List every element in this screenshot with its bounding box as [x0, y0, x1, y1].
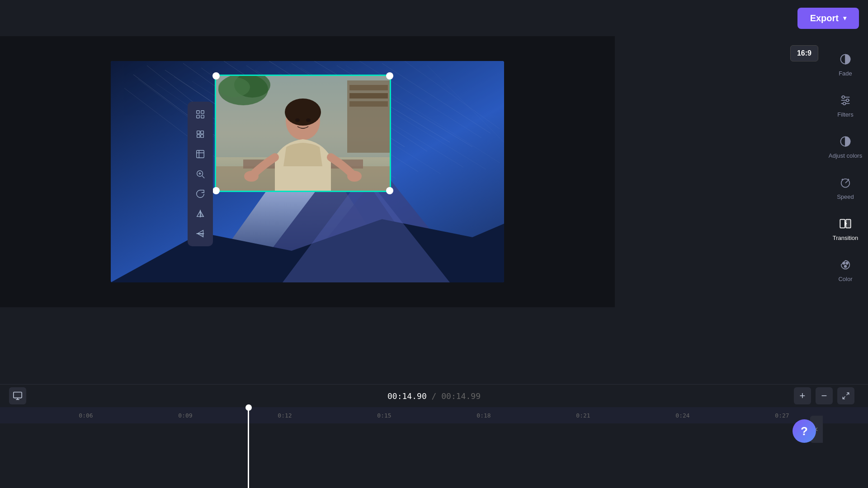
ruler-mark-4: 0:18 [434, 412, 533, 419]
export-button[interactable]: Export ▾ [797, 8, 859, 29]
pip-video[interactable] [215, 75, 391, 192]
svg-rect-82 [349, 101, 388, 107]
filters-svg [839, 94, 852, 107]
sidebar-item-transition[interactable]: Transition [823, 210, 868, 247]
svg-point-10 [841, 179, 850, 188]
fade-label: Fade [839, 70, 852, 77]
svg-rect-57 [197, 115, 199, 118]
zoom-out-button[interactable]: − [816, 387, 833, 404]
svg-point-7 [843, 102, 846, 105]
crop-button[interactable] [191, 125, 209, 143]
enhance-button[interactable] [191, 165, 209, 183]
svg-rect-80 [349, 85, 388, 90]
pip-handle-br[interactable] [386, 187, 393, 194]
ruler-mark-5: 0:21 [533, 412, 633, 419]
svg-rect-62 [201, 135, 203, 137]
svg-point-91 [306, 118, 311, 122]
add-clip-button[interactable] [9, 387, 26, 404]
speed-label: Speed [837, 193, 854, 200]
svg-line-11 [845, 180, 848, 183]
export-label: Export [810, 13, 839, 23]
top-bar: Export ▾ [0, 0, 868, 36]
ruler-mark-6: 0:24 [633, 412, 732, 419]
fade-icon [837, 51, 854, 67]
svg-rect-81 [349, 93, 388, 99]
svg-line-107 [843, 397, 845, 399]
speed-icon [837, 174, 854, 191]
timeline-zoom-controls: + − [794, 387, 854, 404]
timeline-area: 00:14.90 / 00:14.99 + − 0:06 0:09 0:1 [0, 384, 868, 488]
timeline-time: 00:14.90 / 00:14.99 [387, 391, 481, 401]
filters-label: Filters [837, 111, 853, 118]
svg-point-19 [846, 262, 848, 264]
zoom-in-button[interactable]: + [794, 387, 811, 404]
aspect-ratio-badge[interactable]: 16:9 [790, 45, 818, 61]
svg-point-5 [842, 96, 844, 99]
pip-handle-tr[interactable] [386, 72, 393, 80]
svg-marker-72 [200, 211, 203, 217]
pip-handle-bl[interactable] [212, 187, 220, 194]
speed-svg [839, 176, 852, 189]
playhead[interactable] [248, 407, 249, 488]
timeline-tracks [0, 423, 868, 488]
rotate-button[interactable] [191, 185, 209, 203]
fit-screen-button[interactable] [191, 105, 209, 123]
svg-point-6 [846, 99, 849, 102]
fit-timeline-button[interactable] [837, 387, 854, 404]
right-sidebar: Audio Fade Filters [823, 0, 868, 307]
flip-v-button[interactable] [191, 225, 209, 243]
total-time: 00:14.99 [441, 391, 481, 401]
transition-svg [839, 217, 852, 230]
sidebar-item-adjust-colors[interactable]: Adjust colors [823, 128, 868, 164]
aspect-ratio-label: 16:9 [797, 49, 811, 57]
svg-rect-58 [201, 115, 204, 118]
ruler-mark-2: 0:12 [235, 412, 335, 419]
timeline-ruler: 0:06 0:09 0:12 0:15 0:18 0:21 0:24 0:27 [0, 407, 868, 423]
sidebar-item-color[interactable]: Color [823, 251, 868, 288]
preview-area [0, 36, 615, 307]
svg-point-93 [347, 171, 362, 182]
vertical-toolbar [188, 102, 213, 246]
transition-icon [837, 216, 854, 232]
svg-rect-61 [197, 135, 200, 137]
sidebar-item-filters[interactable]: Filters [823, 87, 868, 123]
fade-svg [839, 53, 852, 66]
total-frame-value: 99 [471, 391, 481, 401]
svg-rect-79 [347, 80, 390, 153]
svg-point-20 [844, 265, 847, 267]
svg-marker-75 [198, 234, 203, 237]
svg-rect-14 [840, 220, 845, 228]
ruler-mark-1: 0:09 [136, 412, 235, 419]
color-label: Color [838, 276, 852, 282]
adjust-colors-icon [837, 133, 854, 150]
color-icon [837, 257, 854, 273]
svg-rect-59 [197, 131, 200, 134]
svg-rect-55 [197, 111, 199, 113]
pip-handle-tl[interactable] [212, 72, 220, 80]
svg-rect-103 [14, 392, 22, 398]
flip-h-button[interactable] [191, 205, 209, 223]
svg-point-18 [843, 262, 845, 264]
adjust-colors-label: Adjust colors [829, 152, 862, 159]
clip-crop-button[interactable] [191, 145, 209, 163]
svg-rect-60 [201, 131, 203, 134]
svg-marker-71 [197, 211, 200, 217]
sidebar-item-fade[interactable]: Fade [823, 46, 868, 82]
help-button[interactable]: ? [793, 419, 816, 443]
video-canvas [111, 61, 504, 282]
current-time-value: 00:14 [387, 391, 412, 401]
ruler-mark-3: 0:15 [335, 412, 434, 419]
svg-point-92 [244, 171, 259, 182]
pip-content-svg [216, 76, 390, 191]
time-separator: / [432, 391, 442, 401]
svg-rect-56 [201, 111, 204, 113]
filters-icon [837, 92, 854, 108]
transition-label: Transition [833, 235, 859, 241]
current-frame-value: 90 [417, 391, 427, 401]
ruler-mark-0: 0:06 [36, 412, 136, 419]
sidebar-item-speed[interactable]: Speed [823, 169, 868, 206]
svg-point-90 [295, 118, 300, 122]
current-time: 00:14.90 [387, 391, 432, 401]
color-svg [839, 258, 852, 271]
adjust-svg [839, 135, 852, 148]
